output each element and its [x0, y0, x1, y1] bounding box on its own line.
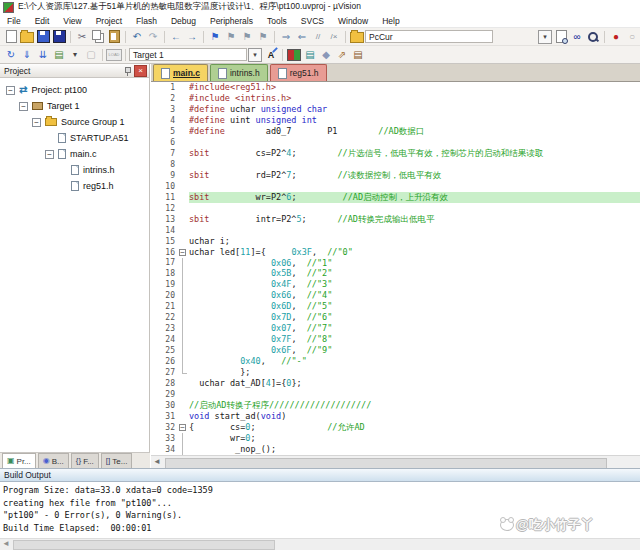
code-line-24[interactable]: 24 0x7F, //"8" [151, 334, 640, 345]
fold-collapse-icon[interactable]: − [179, 424, 186, 431]
fold-gutter[interactable]: − [179, 422, 189, 433]
pack-installer-button[interactable]: ⇗ [334, 47, 350, 62]
code-line-31[interactable]: 31void start_ad(void) [151, 411, 640, 422]
menu-item-peripherals[interactable]: Peripherals [203, 16, 260, 26]
code-line-12[interactable]: 12 [151, 203, 640, 214]
code-line-10[interactable]: 10 [151, 181, 640, 192]
code-line-16[interactable]: 16−uchar led[11]={ 0x3F, //"0" [151, 247, 640, 258]
bookmark-prev-button[interactable]: ⚑ [223, 29, 239, 44]
code-line-7[interactable]: 7sbit cs=P2^4; //片选信号，低电平有效，控制芯片的启动和结果读取 [151, 148, 640, 159]
fold-gutter[interactable]: − [179, 247, 189, 258]
new-file-button[interactable] [3, 29, 19, 44]
goto-button[interactable]: ◆ [318, 47, 334, 62]
indent-button[interactable]: ⇒ [278, 29, 294, 44]
file-extensions-button[interactable]: ▤ [302, 47, 318, 62]
code-line-13[interactable]: 13sbit intr=P2^5; //AD转换完成输出低电平 [151, 214, 640, 225]
options-for-target-button[interactable]: A [263, 47, 279, 62]
code-line-3[interactable]: 3#define uchar unsigned char [151, 104, 640, 115]
panel-tab-templates[interactable]: []Te... [101, 453, 133, 468]
code-line-5[interactable]: 5#define ad0_7 P1 //AD数据口 [151, 126, 640, 137]
tree-item-intrins-h[interactable]: intrins.h [0, 162, 149, 178]
save-button[interactable] [35, 29, 51, 44]
tree-expander-icon[interactable]: − [19, 102, 28, 111]
editor-tab-reg51-h[interactable]: reg51.h [270, 64, 327, 81]
code-line-28[interactable]: 28 uchar dat_AD[4]={0}; [151, 378, 640, 389]
navigate-back-button[interactable]: ← [168, 29, 184, 44]
editor-tab-intrins-h[interactable]: intrins.h [210, 64, 268, 81]
editor-horizontal-scrollbar[interactable]: ◄ [151, 455, 640, 469]
breakpoint-toggle-button[interactable]: ● [608, 29, 624, 44]
tree-expander-icon[interactable]: − [6, 86, 15, 95]
undo-button[interactable]: ↶ [129, 29, 145, 44]
code-line-17[interactable]: 17 0x06, //"1" [151, 258, 640, 269]
download-button[interactable]: LOAD [106, 47, 122, 62]
find-in-files-button[interactable] [585, 29, 601, 44]
menu-item-edit[interactable]: Edit [28, 16, 57, 26]
breakpoint-enable-button[interactable]: ○ [624, 29, 640, 44]
search-combobox[interactable]: PcCur [365, 30, 493, 43]
save-all-button[interactable] [51, 29, 67, 44]
menu-item-project[interactable]: Project [89, 16, 129, 26]
find-next-button[interactable] [553, 29, 569, 44]
rebuild-button[interactable]: ⇊ [35, 47, 51, 62]
tree-item-project-pt100[interactable]: −⇄Project: pt100 [0, 82, 149, 98]
stop-build-button[interactable]: ▢ [83, 47, 99, 62]
close-icon[interactable]: × [134, 65, 147, 77]
fold-collapse-icon[interactable]: − [179, 249, 186, 256]
batch-build-dropdown[interactable]: ▾ [67, 47, 83, 62]
code-line-14[interactable]: 14 [151, 225, 640, 236]
tree-item-reg51-h[interactable]: reg51.h [0, 178, 149, 194]
code-line-26[interactable]: 26 0x40, //"-" [151, 356, 640, 367]
code-line-21[interactable]: 21 0x6D, //"5" [151, 301, 640, 312]
tree-item-main-c[interactable]: −main.c [0, 146, 149, 162]
code-line-33[interactable]: 33 wr=0; [151, 433, 640, 444]
scroll-left-arrow[interactable]: ◄ [2, 539, 10, 548]
open-file-button[interactable] [19, 29, 35, 44]
build-button[interactable]: ⇓ [19, 47, 35, 62]
uncomment-button[interactable]: /× [326, 29, 342, 44]
code-line-23[interactable]: 23 0x07, //"7" [151, 323, 640, 334]
tree-item-source-group-1[interactable]: −Source Group 1 [0, 114, 149, 130]
menu-item-svcs[interactable]: SVCS [294, 16, 331, 26]
copy-button[interactable] [90, 29, 106, 44]
tree-item-target-1[interactable]: −Target 1 [0, 98, 149, 114]
code-line-15[interactable]: 15uchar i; [151, 236, 640, 247]
scrollbar-thumb[interactable] [13, 540, 275, 550]
search-dropdown-button[interactable]: ▾ [537, 29, 553, 44]
cut-button[interactable]: ✂ [74, 29, 90, 44]
menu-item-window[interactable]: Window [331, 16, 375, 26]
code-area[interactable]: 1#include<reg51.h>2#include <intrins.h>3… [151, 82, 640, 455]
find-in-files-icon[interactable] [349, 29, 365, 44]
panel-tab-project[interactable]: ▣Pr... [2, 453, 36, 468]
panel-tab-books[interactable]: ◉B... [38, 453, 69, 468]
tree-expander-icon[interactable]: − [45, 150, 54, 159]
code-line-25[interactable]: 25 0x6F, //"9" [151, 345, 640, 356]
code-line-29[interactable]: 29 [151, 389, 640, 400]
menu-item-debug[interactable]: Debug [164, 16, 203, 26]
menu-item-file[interactable]: File [0, 16, 28, 26]
code-line-27[interactable]: 27 }; [151, 367, 640, 378]
paste-button[interactable] [106, 29, 122, 44]
manage-components-button[interactable] [286, 47, 302, 62]
tree-expander-icon[interactable]: − [32, 118, 41, 127]
pin-icon[interactable] [123, 66, 131, 76]
panel-tab-functions[interactable]: {}F... [71, 453, 99, 468]
code-line-18[interactable]: 18 0x5B, //"2" [151, 268, 640, 279]
code-line-19[interactable]: 19 0x4F, //"3" [151, 279, 640, 290]
code-line-8[interactable]: 8 [151, 159, 640, 170]
bookmark-next-button[interactable]: ⚑ [239, 29, 255, 44]
code-line-22[interactable]: 22 0x7D, //"6" [151, 312, 640, 323]
code-line-11[interactable]: 11sbit wr=P2^6; //AD启动控制，上升沿有效 [151, 192, 640, 203]
tree-item-startup-a51[interactable]: STARTUP.A51 [0, 130, 149, 146]
code-line-32[interactable]: 32−{ cs=0; //允许AD [151, 422, 640, 433]
code-line-1[interactable]: 1#include<reg51.h> [151, 82, 640, 93]
scroll-left-arrow[interactable]: ◄ [153, 457, 161, 466]
editor-tab-main-c[interactable]: main.c [153, 64, 208, 81]
code-line-4[interactable]: 4#define uint unsigned int [151, 115, 640, 126]
code-line-6[interactable]: 6 [151, 137, 640, 148]
code-line-30[interactable]: 30//启动AD转换子程序//////////////////// [151, 400, 640, 411]
redo-button[interactable]: ↷ [145, 29, 161, 44]
batch-build-button[interactable]: ▤ [51, 47, 67, 62]
menu-item-tools[interactable]: Tools [260, 16, 294, 26]
menu-item-view[interactable]: View [56, 16, 88, 26]
